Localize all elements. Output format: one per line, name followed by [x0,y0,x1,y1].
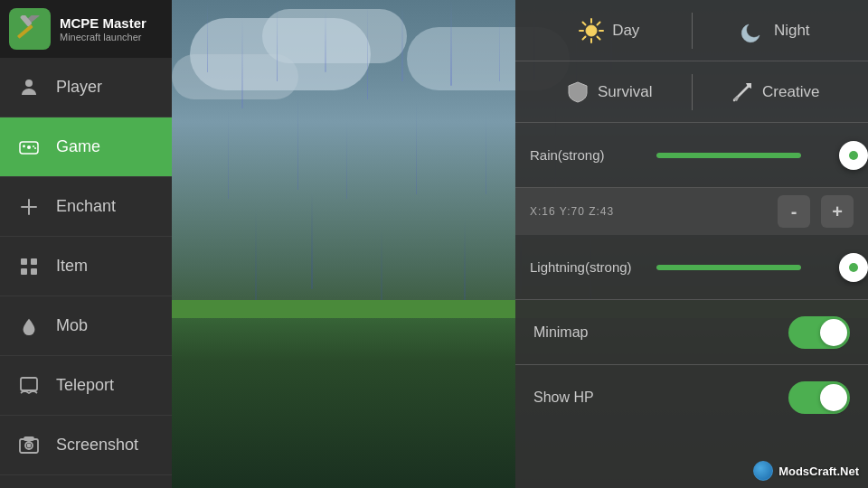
minimap-row: Minimap [515,300,868,365]
xyz-display: X:16 Y:70 Z:43 [530,205,614,218]
sidebar-item-item[interactable]: Item [0,237,172,296]
rain-slider-track [656,153,801,158]
mode-row: Survival Creative [515,61,868,123]
lightning-slider-wrap[interactable] [656,251,854,284]
game-icon [14,136,43,158]
sidebar-label-teleport: Teleport [56,376,114,395]
svg-point-19 [28,444,31,446]
moon-icon [740,17,767,44]
svg-rect-13 [31,258,37,265]
night-option[interactable]: Night [696,0,854,61]
creative-option[interactable]: Creative [696,61,854,122]
svg-point-5 [27,145,31,149]
minus-button[interactable]: - [778,195,810,228]
svg-rect-0 [17,24,33,39]
sidebar-label-item: Item [56,257,88,276]
xyz-controls: - + [778,195,854,228]
watermark-globe-icon [753,461,773,481]
sidebar: MCPE Master Minecraft launcher Player Ga… [0,0,172,488]
rain-row: Rain(strong) [515,123,868,188]
app-title: MCPE Master [60,15,146,32]
sidebar-label-enchant: Enchant [56,197,116,216]
day-label: Day [612,22,639,40]
svg-rect-14 [21,268,27,275]
rain-slider-thumb[interactable] [839,141,868,170]
svg-point-9 [34,147,36,149]
creative-label: Creative [762,83,819,101]
lightning-slider-track [656,265,801,270]
lightning-label: Lightning(strong) [530,259,647,275]
main-area: Day Night Sur [172,0,868,488]
sun-icon [578,17,605,44]
plus-button[interactable]: + [821,195,854,228]
svg-rect-16 [21,378,37,390]
shield-icon [565,80,590,105]
settings-panel: Day Night Sur [515,0,868,488]
svg-line-27 [598,36,600,39]
pickaxe-icon [730,80,755,105]
minimap-toggle[interactable] [788,316,850,349]
rain-slider-fill [656,153,801,158]
lightning-slider-fill [656,265,801,270]
app-header: MCPE Master Minecraft launcher [0,0,172,58]
dn-divider [692,13,693,49]
sidebar-label-screenshot: Screenshot [56,436,138,455]
screenshot-icon [14,435,43,456]
sidebar-item-mob[interactable]: Mob [0,296,172,356]
sidebar-label-game: Game [56,137,100,156]
plus-icon [14,196,43,218]
svg-point-21 [586,25,597,36]
watermark-text: ModsCraft.Net [778,465,859,478]
svg-line-28 [598,22,600,24]
lightning-row: Lightning(strong) [515,235,868,300]
minimap-toggle-knob [820,319,847,346]
sidebar-item-screenshot[interactable]: Screenshot [0,416,172,475]
lightning-slider-thumb[interactable] [839,253,868,282]
rain-slider-wrap[interactable] [656,139,854,172]
person-icon [14,77,43,99]
minimap-label: Minimap [533,324,588,341]
grid-icon [14,256,43,277]
app-icon [9,8,51,50]
survival-option[interactable]: Survival [530,61,688,122]
app-subtitle: Minecraft launcher [60,32,146,42]
sidebar-label-mob: Mob [56,316,88,335]
show-hp-toggle-knob [820,384,847,411]
svg-line-29 [583,36,586,39]
sidebar-item-player[interactable]: Player [0,58,172,117]
sidebar-label-player: Player [56,78,102,97]
show-hp-row: Show HP [515,365,868,430]
day-option[interactable]: Day [530,0,688,61]
survival-label: Survival [598,83,652,101]
app-title-block: MCPE Master Minecraft launcher [60,15,146,42]
drop-icon [14,316,43,336]
sidebar-item-teleport[interactable]: Teleport [0,356,172,416]
xyz-row: X:16 Y:70 Z:43 - + [515,188,868,235]
svg-point-8 [33,145,34,147]
day-night-toggle: Day Night [530,0,854,61]
day-night-row: Day Night [515,0,868,61]
mode-toggle: Survival Creative [530,61,854,122]
svg-line-26 [583,22,586,24]
sidebar-item-enchant[interactable]: Enchant [0,177,172,237]
sidebar-item-game[interactable]: Game [0,117,172,177]
rain-label: Rain(strong) [530,147,647,163]
mode-divider [692,74,693,110]
show-hp-label: Show HP [533,389,594,406]
night-label: Night [774,22,810,40]
show-hp-toggle[interactable] [788,381,850,414]
svg-rect-7 [24,145,25,147]
svg-rect-15 [31,268,37,275]
teleport-icon [14,375,43,397]
svg-rect-11 [21,206,37,208]
svg-point-3 [25,80,33,87]
watermark: ModsCraft.Net [753,461,859,481]
svg-rect-12 [21,258,27,265]
